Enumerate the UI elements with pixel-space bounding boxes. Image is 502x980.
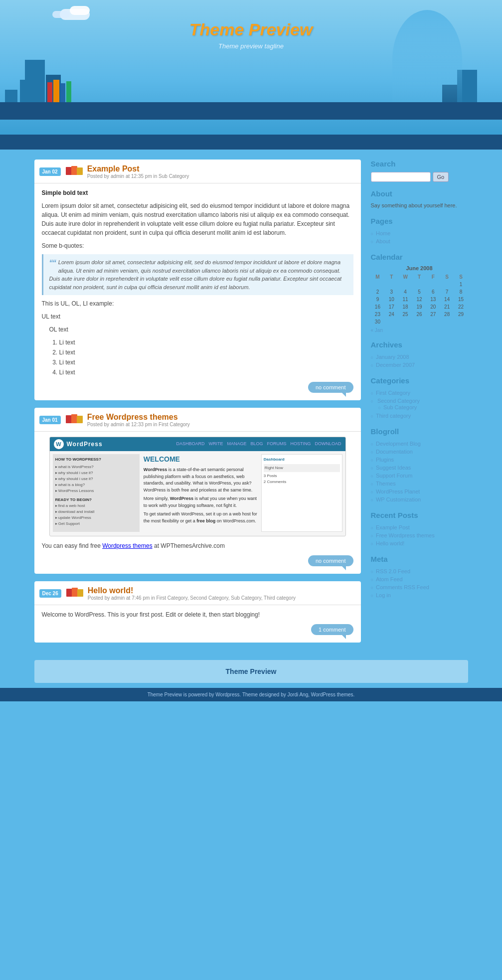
cal-day: 30 (371, 318, 385, 326)
meta-link-comments-rss[interactable]: Comments RSS Feed (376, 584, 429, 590)
category-item[interactable]: First Category (371, 389, 468, 397)
recent-post-item[interactable]: Example Post (371, 523, 468, 531)
meta-item[interactable]: Atom Feed (371, 575, 468, 583)
blogroll-item[interactable]: Development Blog (371, 440, 468, 448)
post-ul-intro: This is UL, OL, LI example: (42, 299, 353, 308)
page-link-home[interactable]: Home (376, 230, 390, 236)
recent-post-link-hello[interactable]: Hello world! (376, 540, 404, 546)
cal-header: W (398, 273, 412, 281)
post-title-3[interactable]: Hello world! (88, 586, 296, 595)
cal-day: 27 (426, 311, 440, 318)
wp-screenshot: W WordPress DASHBOARDWRITEMANAGEBLOGFORU… (49, 437, 346, 536)
category-item[interactable]: Third category (371, 412, 468, 420)
cal-day: 10 (384, 296, 398, 303)
blogroll-item[interactable]: Themes (371, 480, 468, 488)
subcategory-link-sub[interactable]: Sub Category (383, 404, 417, 410)
meta-link-login[interactable]: Log in (376, 592, 391, 598)
recent-posts-list: Example Post Free Wordpress themes Hello… (371, 523, 468, 547)
cal-day today[interactable]: 18 (398, 303, 412, 311)
blogroll-link-plugins[interactable]: Plugins (376, 457, 394, 463)
recent-post-link-example[interactable]: Example Post (376, 524, 410, 530)
archives-title: Archives (371, 340, 468, 349)
archive-link-jan2008[interactable]: January 2008 (376, 354, 409, 360)
meta-item[interactable]: Comments RSS Feed (371, 583, 468, 591)
post-comment-bubble-1[interactable]: no comment (308, 382, 353, 393)
archive-link-dec2007[interactable]: December 2007 (376, 362, 415, 368)
post-title-1[interactable]: Example Post (87, 164, 189, 173)
cal-day (398, 318, 412, 326)
cal-header: T (412, 273, 426, 281)
main-content: Jan 02 Example Post Posted by admin at 1… (34, 160, 361, 650)
post-text-before: You can easy find free (42, 542, 101, 549)
cal-day: 24 (384, 311, 398, 318)
cal-header: M (371, 273, 385, 281)
page-link-about[interactable]: About (376, 238, 390, 244)
archive-item[interactable]: December 2007 (371, 361, 468, 369)
blogroll-link-devblog[interactable]: Development Blog (376, 441, 421, 447)
cal-day: 26 (412, 311, 426, 318)
footer-widget-title: Theme Preview (42, 667, 461, 675)
footer-widget: Theme Preview (34, 660, 468, 683)
meta-link-rss[interactable]: RSS 2.0 Feed (376, 568, 410, 574)
cal-day: 6 (426, 288, 440, 296)
sidebar: Search Go About Say something about your… (371, 160, 468, 650)
blogroll-link-wpcustom[interactable]: WP Customization (376, 496, 421, 502)
page-item-about[interactable]: About (371, 237, 468, 245)
cal-day: 5 (412, 288, 426, 296)
post-comment-bubble-3[interactable]: 1 comment (311, 624, 353, 635)
recent-post-link-wp[interactable]: Free Wordpress themes (376, 532, 435, 538)
archive-item[interactable]: January 2008 (371, 353, 468, 361)
cal-header: S (440, 273, 454, 281)
cal-day (398, 281, 412, 288)
category-link-first[interactable]: First Category (376, 390, 410, 396)
recent-post-item[interactable]: Hello world! (371, 539, 468, 547)
svg-rect-4 (71, 414, 77, 423)
search-button[interactable]: Go (433, 172, 449, 182)
cal-day (371, 281, 385, 288)
recent-posts-title: Recent Posts (371, 511, 468, 519)
cal-day: 4 (398, 288, 412, 296)
category-link-second[interactable]: Second Category (377, 398, 420, 404)
archives-widget: Archives January 2008 December 2007 (371, 340, 468, 369)
blogroll-link-suggest[interactable]: Suggest Ideas (376, 465, 411, 471)
search-input[interactable] (371, 172, 431, 182)
blogroll-item[interactable]: Documentation (371, 448, 468, 456)
blogroll-link-themes[interactable]: Themes (376, 481, 396, 487)
cal-header: T (384, 273, 398, 281)
category-item[interactable]: Second Category Sub Category (371, 397, 468, 412)
post-title-2[interactable]: Free Wordpress themes (87, 413, 190, 422)
cal-day: 15 (454, 296, 468, 303)
blogroll-item[interactable]: WP Customization (371, 495, 468, 503)
page-item-home[interactable]: Home (371, 229, 468, 237)
calendar-prev-link[interactable]: « Jan (371, 327, 383, 333)
blogroll-item[interactable]: WordPress Planet (371, 488, 468, 495)
blogroll-widget: Blogroll Development Blog Documentation … (371, 427, 468, 503)
about-text: Say something about yourself here. (371, 202, 468, 209)
blogroll-item[interactable]: Suggest Ideas (371, 464, 468, 472)
post-date-1: Jan 02 (39, 167, 61, 176)
blogroll-link-docs[interactable]: Documentation (376, 449, 413, 455)
meta-item[interactable]: Log in (371, 591, 468, 599)
blogroll-list: Development Blog Documentation Plugins S… (371, 440, 468, 503)
blogroll-item[interactable]: Support Forum (371, 472, 468, 480)
post-body-2: You can easy find free Wordpress themes … (42, 541, 353, 550)
meta-widget: Meta RSS 2.0 Feed Atom Feed Comments RSS… (371, 555, 468, 599)
meta-item[interactable]: RSS 2.0 Feed (371, 567, 468, 575)
free-themes-link[interactable]: Wordpress themes (102, 542, 152, 549)
cal-day: 7 (440, 288, 454, 296)
blogroll-link-support[interactable]: Support Forum (376, 473, 412, 479)
category-link-third[interactable]: Third category (376, 413, 411, 419)
post-comment-bubble-2[interactable]: no comment (308, 555, 353, 566)
subcategory-item[interactable]: Sub Category (378, 404, 468, 411)
blogroll-link-wpplanet[interactable]: WordPress Planet (376, 489, 420, 494)
recent-post-item[interactable]: Free Wordpress themes (371, 531, 468, 539)
cal-day (426, 318, 440, 326)
list-item: Li text (59, 348, 353, 357)
cal-day: 14 (440, 296, 454, 303)
post-example: Jan 02 Example Post Posted by admin at 1… (34, 160, 361, 400)
svg-rect-6 (66, 589, 72, 597)
meta-link-atom[interactable]: Atom Feed (376, 576, 403, 582)
cal-day: 29 (454, 311, 468, 318)
cal-day: 22 (454, 303, 468, 311)
blogroll-item[interactable]: Plugins (371, 456, 468, 464)
